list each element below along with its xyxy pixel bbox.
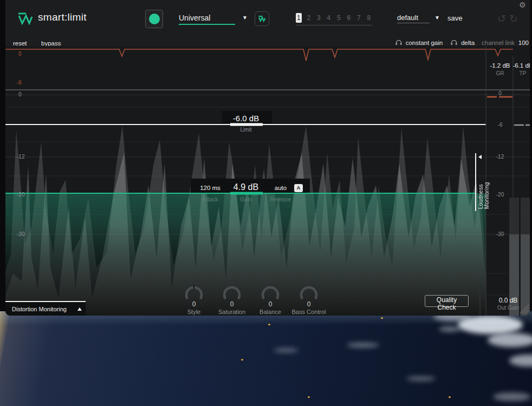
ai-profile-button[interactable] [255,11,269,26]
limit-label: Limit [219,127,273,133]
chevron-down-icon[interactable]: ▼ [434,15,440,21]
preset-select[interactable]: default [397,14,430,23]
style-knob[interactable]: 0 Style [178,284,210,315]
distortion-monitoring-label: Distortion Monitoring [12,306,67,312]
knob-label: Bass Control [287,309,330,315]
loudness-monitoring-label[interactable]: Loudness Monitoring [478,161,490,209]
plugin-title: smart:limit [38,11,87,23]
release-value[interactable]: auto [264,185,297,191]
redo-icon[interactable]: ↻ [509,12,518,25]
knob-value: 0 [287,300,330,308]
knob-value: 0 [178,300,210,308]
gr-label: GR [487,70,513,76]
channel-link-value[interactable]: 100 [518,40,529,46]
constant-gain-toggle[interactable]: constant gain [406,40,443,46]
tp-value: -6.1 dB [512,62,530,69]
city-light-dot [241,359,243,361]
desktop-wallpaper [0,311,532,406]
cloud [274,348,299,352]
chevron-left-icon[interactable] [478,155,482,159]
sonible-logo-icon [17,12,34,27]
quality-check-button[interactable]: Quality Check [425,295,469,307]
snapshot-tab-3[interactable]: 3 [316,13,322,23]
snapshot-tab-6[interactable]: 6 [346,13,352,23]
knob-arc [258,284,282,300]
city-light-dot [268,324,270,325]
cloud [439,326,460,332]
knob-label: Balance [254,309,287,315]
cloud [406,376,436,381]
snapshot-tab-4[interactable]: 4 [326,13,332,23]
snapshot-tab-5[interactable]: 5 [336,13,342,23]
knob-value: 0 [216,300,248,308]
learning-button[interactable] [145,10,163,28]
auto-release-badge[interactable]: A [294,184,303,192]
snapshot-tab-7[interactable]: 7 [356,13,362,23]
profile-select[interactable]: Universal [179,14,235,25]
tp-label: TP [512,70,530,76]
limit-value[interactable]: -6.0 dB [219,114,273,123]
undo-icon[interactable]: ↺ [497,12,506,25]
bass-control-knob[interactable]: 0 Bass Control [287,284,330,315]
cloud [347,343,379,348]
knob-arc [182,284,206,300]
loudness-monitoring-bar[interactable] [475,153,476,211]
knob-arc [220,284,244,300]
city-light-dot [449,396,451,398]
city-light-dot [308,396,310,398]
cloud [509,355,532,366]
knob-label: Style [178,309,210,315]
chevron-up-icon [77,307,82,311]
settings-gear-icon[interactable]: ⚙ [519,1,526,9]
snapshot-tab-8[interactable]: 8 [366,13,372,23]
record-circle-icon [149,14,160,24]
save-button[interactable]: save [447,14,462,22]
knob-arc [297,284,321,300]
snapshot-tab-1[interactable]: 1 [296,13,302,23]
cloud [488,333,532,347]
saturation-knob[interactable]: 0 Saturation [216,284,248,315]
release-label: Release [264,196,297,202]
knob-value: 0 [254,300,287,308]
profile-value: Universal [179,14,210,22]
cloud [493,392,531,401]
delta-toggle[interactable]: delta [461,40,475,46]
toolbar-right: constant gain delta channel link 100 [395,39,529,47]
distortion-monitoring-panel[interactable]: Distortion Monitoring [5,301,86,316]
gr-value: -1.2 dB [487,62,513,69]
balance-knob[interactable]: 0 Balance [254,284,287,315]
knob-label: Saturation [216,309,248,315]
graph-canvas[interactable] [5,46,530,316]
gain-label: Gain [224,196,268,202]
city-light-dot [381,317,383,319]
limiter-graph[interactable] [5,46,530,316]
gain-value[interactable]: 4.9 dB [224,182,268,192]
snapshot-tab-2[interactable]: 2 [306,13,312,23]
out-gain-value[interactable]: 0.0 dB [492,297,524,304]
snapshot-tabs: 1 2 3 4 5 6 7 8 [296,13,372,25]
channel-link-label: channel link [482,40,515,46]
screen: smart:limit Universal ▼ 1 2 3 4 5 6 [0,0,532,406]
preset-value: default [397,14,418,22]
plugin-window: smart:limit Universal ▼ 1 2 3 4 5 6 [5,0,530,316]
chevron-down-icon[interactable]: ▼ [242,15,248,21]
out-gain-label: Out Gain [492,305,524,311]
